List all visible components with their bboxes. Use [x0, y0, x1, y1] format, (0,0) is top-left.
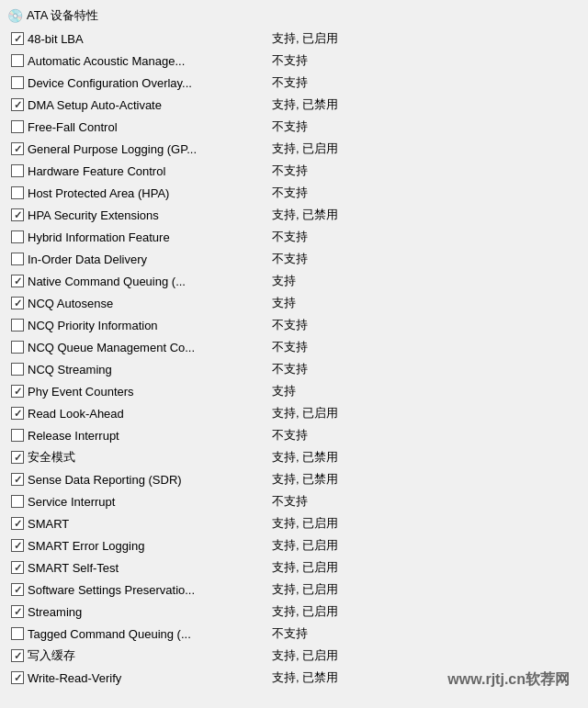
feature-status: 不支持: [272, 361, 308, 377]
feature-status: 不支持: [272, 317, 308, 333]
feature-status: 支持, 已启用: [272, 515, 338, 532]
feature-name: Automatic Acoustic Manage...: [28, 54, 257, 68]
feature-status: 支持, 已启用: [272, 30, 338, 47]
list-item: SMART Self-Test支持, 已启用: [4, 556, 584, 579]
feature-checkbox[interactable]: [11, 32, 24, 45]
list-item: NCQ Streaming不支持: [4, 358, 584, 380]
feature-checkbox[interactable]: [11, 208, 24, 221]
list-item: DMA Setup Auto-Activate支持, 已禁用: [4, 94, 584, 116]
feature-status: 支持, 已禁用: [272, 96, 338, 113]
feature-checkbox[interactable]: [11, 363, 24, 376]
list-item: Read Look-Ahead支持, 已启用: [4, 402, 584, 424]
feature-status: 支持, 已启用: [272, 405, 338, 421]
feature-status: 支持, 已禁用: [272, 669, 338, 686]
list-item: Sense Data Reporting (SDR)支持, 已禁用: [4, 468, 584, 490]
feature-checkbox[interactable]: [11, 275, 24, 287]
feature-checkbox[interactable]: [11, 76, 24, 89]
list-item: Free-Fall Control不支持: [4, 116, 584, 138]
list-item: Automatic Acoustic Manage...不支持: [4, 50, 584, 72]
feature-name: Phy Event Counters: [28, 385, 257, 399]
feature-status: 不支持: [272, 339, 308, 355]
feature-checkbox[interactable]: [11, 429, 24, 442]
feature-checkbox[interactable]: [11, 385, 24, 398]
feature-checkbox[interactable]: [11, 627, 24, 640]
feature-status: 不支持: [272, 251, 308, 267]
feature-name: 48-bit LBA: [28, 32, 257, 46]
feature-name: NCQ Priority Information: [28, 319, 257, 332]
list-item: Software Settings Preservatio...支持, 已启用: [4, 579, 584, 601]
feature-name: NCQ Streaming: [28, 363, 257, 376]
list-item: Hybrid Information Feature不支持: [4, 226, 584, 248]
feature-checkbox[interactable]: [11, 407, 24, 420]
list-item: Device Configuration Overlay...不支持: [4, 72, 584, 94]
list-item: Native Command Queuing (...支持: [4, 270, 584, 292]
feature-status: 支持, 已禁用: [272, 207, 338, 223]
feature-checkbox[interactable]: [11, 319, 24, 332]
feature-status: 不支持: [272, 229, 308, 245]
list-item: Streaming支持, 已启用: [4, 601, 584, 623]
list-item: 48-bit LBA支持, 已启用: [4, 28, 584, 50]
feature-name: Free-Fall Control: [28, 120, 257, 134]
list-item: Release Interrupt不支持: [4, 424, 584, 446]
feature-status: 支持: [272, 273, 296, 289]
list-item: NCQ Queue Management Co...不支持: [4, 336, 584, 358]
feature-status: 不支持: [272, 52, 308, 69]
list-item: Host Protected Area (HPA)不支持: [4, 182, 584, 204]
feature-checkbox[interactable]: [11, 297, 24, 309]
feature-status: 支持, 已启用: [272, 537, 338, 554]
feature-name: Service Interrupt: [28, 495, 257, 509]
feature-name: 安全模式: [28, 449, 257, 466]
feature-status: 不支持: [272, 74, 308, 91]
feature-checkbox[interactable]: [11, 142, 24, 155]
feature-checkbox[interactable]: [11, 539, 24, 552]
feature-name: Release Interrupt: [28, 429, 257, 443]
list-item: Phy Event Counters支持: [4, 380, 584, 402]
watermark: www.rjtj.cn软荐网: [447, 670, 570, 690]
feature-checkbox[interactable]: [11, 120, 24, 133]
section-title: ATA 设备特性: [27, 7, 98, 24]
feature-name: Read Look-Ahead: [28, 407, 257, 421]
feature-status: 不支持: [272, 163, 308, 179]
feature-name: SMART Self-Test: [28, 561, 257, 575]
feature-checkbox[interactable]: [11, 605, 24, 618]
feature-name: Hardware Feature Control: [28, 164, 257, 178]
feature-checkbox[interactable]: [11, 671, 24, 684]
feature-checkbox[interactable]: [11, 473, 24, 486]
disk-icon: 💿: [7, 8, 23, 23]
feature-status: 不支持: [272, 118, 308, 135]
feature-checkbox[interactable]: [11, 230, 24, 243]
feature-checkbox[interactable]: [11, 253, 24, 265]
feature-checkbox[interactable]: [11, 583, 24, 596]
feature-checkbox[interactable]: [11, 164, 24, 177]
feature-name: Tagged Command Queuing (...: [28, 627, 257, 641]
feature-status: 不支持: [272, 625, 308, 642]
feature-name: SMART Error Logging: [28, 539, 257, 553]
feature-checkbox[interactable]: [11, 561, 24, 574]
feature-name: Streaming: [28, 605, 257, 619]
feature-checkbox[interactable]: [11, 517, 24, 530]
feature-checkbox[interactable]: [11, 451, 24, 464]
section-header: 💿 ATA 设备特性: [0, 4, 588, 28]
feature-status: 支持: [272, 295, 296, 311]
feature-status: 不支持: [272, 185, 308, 201]
feature-name: NCQ Autosense: [28, 297, 257, 310]
feature-checkbox[interactable]: [11, 54, 24, 67]
feature-checkbox[interactable]: [11, 495, 24, 508]
feature-name: In-Order Data Delivery: [28, 253, 257, 266]
feature-status: 支持, 已禁用: [272, 471, 338, 488]
feature-checkbox[interactable]: [11, 649, 24, 662]
feature-name: Native Command Queuing (...: [28, 275, 257, 288]
feature-name: DMA Setup Auto-Activate: [28, 98, 257, 112]
feature-list: 48-bit LBA支持, 已启用Automatic Acoustic Mana…: [0, 28, 588, 689]
list-item: Hardware Feature Control不支持: [4, 160, 584, 182]
list-item: General Purpose Logging (GP...支持, 已启用: [4, 138, 584, 160]
feature-name: HPA Security Extensions: [28, 208, 257, 222]
list-item: NCQ Autosense支持: [4, 292, 584, 314]
list-item: 写入缓存支持, 已启用: [4, 645, 584, 667]
feature-checkbox[interactable]: [11, 98, 24, 111]
list-item: HPA Security Extensions支持, 已禁用: [4, 204, 584, 226]
feature-checkbox[interactable]: [11, 341, 24, 354]
feature-name: Software Settings Preservatio...: [28, 583, 257, 597]
feature-checkbox[interactable]: [11, 186, 24, 199]
feature-status: 支持, 已启用: [272, 603, 338, 620]
